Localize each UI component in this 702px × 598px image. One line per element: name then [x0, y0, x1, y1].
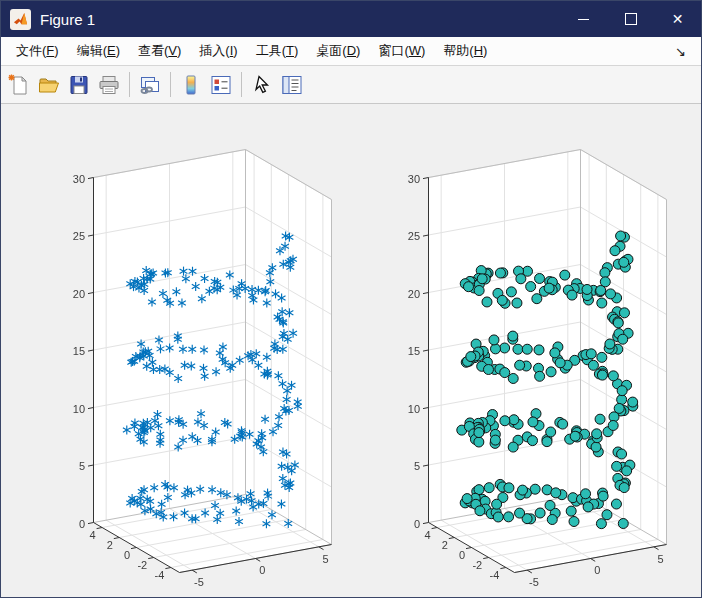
insert-colorbar-button[interactable]	[176, 70, 206, 100]
property-inspector-icon	[280, 73, 304, 97]
window-controls: ✕	[560, 1, 701, 37]
left-axes-3d-scatter[interactable]	[1, 104, 352, 598]
maximize-button[interactable]	[607, 1, 654, 37]
close-button[interactable]: ✕	[654, 1, 701, 37]
save-figure-button[interactable]	[64, 70, 94, 100]
menu-item-h[interactable]: 帮助(H)	[434, 38, 496, 64]
figure-window: Figure 1 ✕ 文件(F)编辑(E)查看(V)插入(I)工具(T)桌面(D…	[0, 0, 702, 598]
right-axes-3d-scatter[interactable]	[352, 104, 702, 598]
edit-plot-button[interactable]	[247, 70, 277, 100]
insert-colorbar-icon	[179, 73, 203, 97]
print-figure-button[interactable]	[94, 70, 124, 100]
print-figure-icon	[97, 73, 121, 97]
menu-bar: 文件(F)编辑(E)查看(V)插入(I)工具(T)桌面(D)窗口(W)帮助(H)…	[1, 37, 701, 66]
figure-canvas-area	[1, 104, 701, 598]
open-file-icon	[37, 73, 61, 97]
matlab-triangle-glyph	[13, 12, 28, 27]
toolbar-separator	[241, 72, 242, 97]
insert-legend-button[interactable]	[206, 70, 236, 100]
edit-plot-icon	[250, 73, 274, 97]
new-figure-icon	[7, 73, 31, 97]
new-figure-button[interactable]	[4, 70, 34, 100]
minimize-icon	[578, 19, 589, 20]
menu-item-f[interactable]: 文件(F)	[7, 38, 68, 64]
link-plot-icon	[138, 73, 162, 97]
menu-item-e[interactable]: 编辑(E)	[68, 38, 129, 64]
window-title: Figure 1	[40, 11, 95, 28]
menu-item-i[interactable]: 插入(I)	[190, 38, 246, 64]
property-inspector-button[interactable]	[277, 70, 307, 100]
open-file-button[interactable]	[34, 70, 64, 100]
minimize-button[interactable]	[560, 1, 607, 37]
title-bar[interactable]: Figure 1 ✕	[1, 1, 701, 37]
menu-item-d[interactable]: 桌面(D)	[307, 38, 369, 64]
link-plot-button[interactable]	[135, 70, 165, 100]
toolbar-separator	[129, 72, 130, 97]
save-figure-icon	[67, 73, 91, 97]
dock-figure-icon[interactable]: ↘	[666, 44, 695, 59]
insert-legend-icon	[209, 73, 233, 97]
maximize-icon	[625, 13, 637, 25]
menu-item-t[interactable]: 工具(T)	[247, 38, 308, 64]
menu-item-v[interactable]: 查看(V)	[129, 38, 190, 64]
toolbar-separator	[170, 72, 171, 97]
matlab-logo-icon[interactable]	[10, 9, 31, 30]
close-icon: ✕	[672, 12, 684, 26]
menu-item-w[interactable]: 窗口(W)	[369, 38, 434, 64]
toolbar	[1, 66, 701, 104]
